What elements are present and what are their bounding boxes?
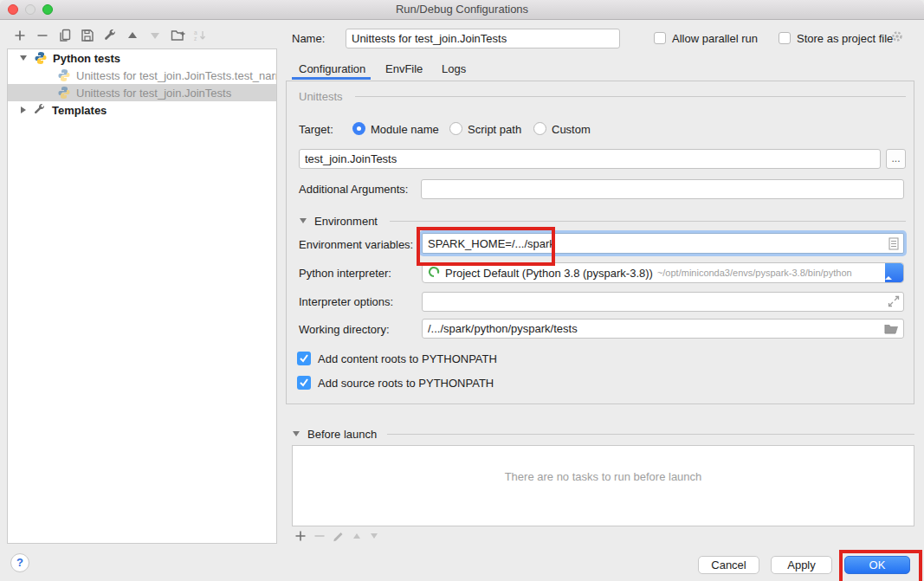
dropdown-spinner-icon[interactable]	[885, 263, 903, 282]
tab-configuration[interactable]: Configuration	[299, 62, 365, 75]
environment-collapse-icon[interactable]	[300, 218, 307, 223]
zoom-window-button[interactable]	[42, 4, 53, 15]
new-folder-icon[interactable]	[171, 29, 184, 42]
name-input[interactable]	[346, 29, 620, 48]
collapse-arrow-icon[interactable]	[20, 55, 27, 61]
radio-module-name[interactable]	[352, 122, 365, 135]
unittests-group-title: Unittests	[299, 90, 343, 103]
ok-button[interactable]: OK	[844, 556, 910, 574]
svg-text:a: a	[194, 29, 197, 36]
run-debug-configurations-dialog: Run/Debug Configurations az Python test	[0, 0, 924, 581]
additional-arguments-label: Additional Arguments:	[299, 183, 408, 196]
python-test-icon	[57, 68, 71, 82]
save-configuration-icon[interactable]	[81, 29, 94, 42]
configurations-toolbar: az	[13, 29, 207, 42]
environment-variables-input[interactable]	[423, 234, 903, 253]
conda-environment-icon	[428, 266, 440, 281]
copy-configuration-icon[interactable]	[58, 29, 72, 42]
interpreter-path: ~/opt/miniconda3/envs/pyspark-3.8/bin/py…	[657, 268, 852, 278]
help-button[interactable]: ?	[10, 553, 29, 572]
active-tab-indicator	[292, 77, 371, 80]
before-launch-task-list[interactable]	[292, 445, 914, 526]
before-launch-toolbar	[294, 530, 379, 542]
apply-button[interactable]: Apply	[771, 556, 832, 574]
radio-custom-label: Custom	[552, 123, 591, 136]
move-up-icon[interactable]	[126, 29, 139, 42]
edit-templates-icon[interactable]	[103, 29, 117, 42]
tree-item-python-tests[interactable]: Python tests	[8, 49, 276, 67]
additional-arguments-input[interactable]	[421, 179, 904, 199]
tree-item-unittest-jointests-selected[interactable]: Unittests for test_join.JoinTests	[8, 84, 276, 101]
python-interpreter-dropdown[interactable]: Project Default (Python 3.8 (pyspark-3.8…	[422, 262, 904, 283]
radio-script-path[interactable]	[449, 122, 462, 135]
edit-variables-icon[interactable]	[888, 237, 899, 253]
add-content-roots-label: Add content roots to PYTHONPATH	[318, 352, 497, 365]
move-down-icon[interactable]	[148, 29, 162, 42]
remove-configuration-icon[interactable]	[36, 29, 49, 42]
move-task-down-icon[interactable]	[369, 531, 379, 541]
before-launch-header: Before launch	[307, 428, 377, 441]
before-launch-collapse-icon[interactable]	[293, 431, 300, 436]
python-test-icon	[57, 86, 71, 100]
radio-module-name-label: Module name	[371, 123, 439, 136]
tab-envfile[interactable]: EnvFile	[385, 62, 423, 75]
radio-script-path-label: Script path	[468, 123, 521, 136]
remove-task-icon[interactable]	[313, 530, 326, 542]
window-controls	[8, 4, 53, 15]
working-directory-input[interactable]	[422, 319, 904, 339]
tree-item-label: Unittests for test_join.JoinTests	[76, 87, 231, 100]
group-divider	[387, 434, 914, 435]
minimize-window-button[interactable]	[25, 4, 36, 15]
environment-section-header: Environment	[314, 215, 378, 228]
cancel-button[interactable]: Cancel	[698, 556, 759, 574]
add-source-roots-checkbox[interactable]	[297, 376, 311, 390]
python-interpreter-label: Python interpreter:	[299, 267, 391, 280]
add-task-icon[interactable]	[294, 530, 307, 542]
store-as-project-file-label: Store as project file	[797, 32, 893, 45]
store-as-project-file-checkbox[interactable]	[779, 32, 791, 44]
interpreter-name: Project Default (Python 3.8 (pyspark-3.8…	[445, 267, 653, 280]
tab-logs[interactable]: Logs	[442, 62, 466, 75]
move-task-up-icon[interactable]	[352, 531, 362, 541]
tree-item-label: Unittests for test_join.JoinTests.test_n…	[76, 69, 276, 82]
interpreter-options-input[interactable]	[422, 292, 904, 312]
browse-target-button[interactable]: ...	[886, 149, 906, 169]
interpreter-options-label: Interpreter options:	[299, 295, 393, 308]
edit-task-icon[interactable]	[333, 530, 345, 542]
sort-configurations-icon[interactable]: az	[193, 29, 207, 42]
environment-variables-label: Environment variables:	[299, 238, 413, 251]
environment-variables-field[interactable]	[422, 233, 904, 254]
add-source-roots-label: Add source roots to PYTHONPATH	[318, 377, 494, 390]
tree-item-label: Templates	[52, 104, 107, 117]
python-tests-icon	[34, 51, 48, 65]
configurations-tree: Python tests Unittests for test_join.Joi…	[7, 48, 277, 544]
add-configuration-icon[interactable]	[13, 29, 27, 42]
radio-custom[interactable]	[533, 122, 546, 135]
svg-text:z: z	[194, 36, 197, 42]
titlebar: Run/Debug Configurations	[0, 0, 924, 20]
working-directory-label: Working directory:	[299, 323, 390, 336]
target-input[interactable]	[299, 149, 881, 169]
add-content-roots-checkbox[interactable]	[297, 352, 311, 365]
target-label: Target:	[299, 123, 333, 136]
tree-item-label: Python tests	[53, 52, 120, 65]
close-window-button[interactable]	[8, 4, 18, 15]
tree-item-unittest-narrow[interactable]: Unittests for test_join.JoinTests.test_n…	[8, 67, 276, 84]
name-label: Name:	[292, 32, 325, 45]
gear-icon[interactable]	[890, 29, 904, 46]
allow-parallel-run-label: Allow parallel run	[672, 32, 758, 45]
tree-item-templates[interactable]: Templates	[8, 101, 276, 119]
window-title: Run/Debug Configurations	[0, 0, 924, 19]
templates-wrench-icon	[33, 103, 47, 117]
expand-field-icon[interactable]	[887, 294, 901, 311]
folder-icon[interactable]	[884, 322, 900, 338]
group-divider	[390, 221, 906, 222]
expand-arrow-icon[interactable]	[21, 107, 26, 113]
no-tasks-message: There are no tasks to run before launch	[292, 470, 914, 483]
allow-parallel-run-checkbox[interactable]	[654, 32, 666, 44]
group-divider	[355, 96, 906, 97]
